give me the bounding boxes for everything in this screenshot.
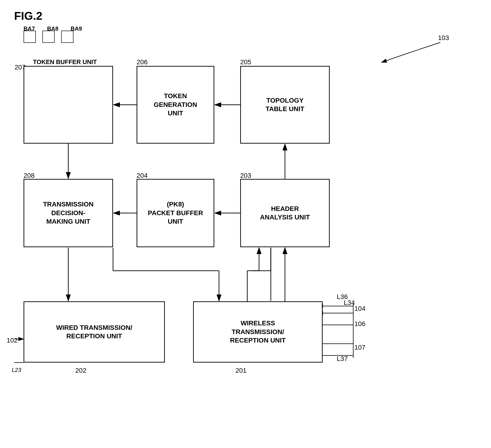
ref-202: 202	[75, 367, 86, 374]
ref-201: 201	[236, 367, 246, 374]
header-analysis-unit: HEADERANALYSIS UNIT	[240, 179, 330, 247]
topology-table-unit: TOPOLOGYTABLE UNIT	[240, 66, 330, 144]
figure-title: FIG.2	[14, 9, 42, 22]
transmission-decision-unit: TRANSMISSIONDECISION-MAKING UNIT	[24, 179, 113, 247]
token-slot-ba7	[24, 31, 36, 43]
wired-tx-unit: WIRED TRANSMISSION/RECEPTION UNIT	[24, 301, 165, 363]
ref-208: 208	[24, 172, 35, 179]
ref-206: 206	[137, 58, 148, 66]
ref-102: 102	[7, 337, 18, 344]
ref-107: 107	[354, 344, 366, 351]
svg-line-2	[405, 42, 440, 54]
token-slots-container	[24, 31, 74, 43]
wireless-tx-unit: WIRELESSTRANSMISSION/RECEPTION UNIT	[193, 301, 323, 363]
ref-205: 205	[240, 58, 251, 66]
ref-203: 203	[240, 172, 251, 179]
ref-103: 103	[438, 34, 449, 42]
token-slot-ba8	[42, 31, 55, 43]
token-gen-unit: TOKENGENERATIONUNIT	[137, 66, 214, 144]
l23-label: L23	[12, 367, 21, 373]
token-buffer-unit	[24, 66, 113, 144]
token-buffer-label: TOKEN BUFFER UNIT	[33, 58, 97, 66]
svg-line-3	[381, 54, 405, 62]
token-slot-ba9	[61, 31, 74, 43]
ref-204: 204	[137, 172, 148, 179]
ref-104: 104	[354, 305, 366, 312]
ref-207: 207	[15, 64, 26, 71]
packet-buffer-unit: (PK8)PACKET BUFFERUNIT	[137, 179, 214, 247]
ref-106: 106	[354, 320, 366, 328]
l34-label: L34	[344, 299, 355, 307]
l37-label: L37	[337, 355, 348, 363]
